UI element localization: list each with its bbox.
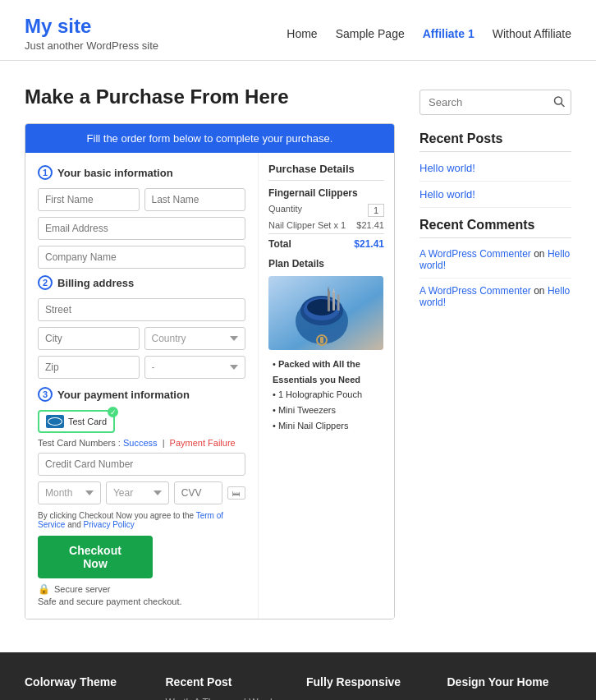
plan-details: Plan Details bbox=[268, 258, 384, 433]
site-title: My site bbox=[25, 15, 158, 38]
recent-comments-title: Recent Comments bbox=[419, 218, 571, 238]
card-label: Test Card bbox=[68, 417, 107, 426]
total-row: Total $21.41 bbox=[268, 233, 384, 250]
checkout-button[interactable]: Checkout Now bbox=[38, 536, 153, 578]
purchase-details-panel: Purchase Details Fingernail Clippers Qua… bbox=[259, 153, 394, 619]
credit-card-icon bbox=[46, 415, 64, 428]
purchase-details-title: Purchase Details bbox=[268, 163, 384, 181]
search-input[interactable] bbox=[419, 90, 571, 115]
zip-state-row: - bbox=[38, 356, 245, 379]
total-price: $21.41 bbox=[354, 238, 384, 250]
total-label: Total bbox=[268, 238, 291, 250]
company-input[interactable] bbox=[38, 246, 245, 269]
site-branding: My site Just another WordPress site bbox=[25, 15, 158, 52]
line-item-row: Nail Clipper Set x 1 $21.41 bbox=[268, 220, 384, 230]
line-item-price: $21.41 bbox=[356, 220, 384, 230]
nav-affiliate1[interactable]: Affiliate 1 bbox=[423, 27, 475, 40]
safe-text: Safe and secure payment checkout. bbox=[38, 596, 245, 606]
section3-header: 3 Your payment information bbox=[38, 387, 245, 402]
footer-col3-text: Colorway is a unique responsive WordPres… bbox=[306, 697, 431, 700]
firstname-input[interactable] bbox=[38, 188, 140, 211]
comment-2: A WordPress Commenter on Hello world! bbox=[419, 285, 571, 308]
country-select[interactable]: Country bbox=[144, 327, 246, 350]
section1-num: 1 bbox=[38, 165, 53, 180]
city-input[interactable] bbox=[38, 327, 140, 350]
name-row bbox=[38, 188, 245, 211]
divider-2 bbox=[419, 207, 571, 208]
nav-without-affiliate[interactable]: Without Affiliate bbox=[493, 27, 571, 40]
footer-col4-text: Express your creativity, find inspiratio… bbox=[447, 697, 572, 700]
product-name: Fingernail Clippers bbox=[268, 187, 384, 199]
feature-4: Mini Nail Clippers bbox=[268, 418, 384, 434]
recent-post-1[interactable]: Hello world! bbox=[419, 162, 571, 174]
main-content: Make a Purchase From Here Fill the order… bbox=[0, 61, 596, 636]
secure-row: 🔒 Secure server bbox=[38, 583, 245, 595]
content-left: Make a Purchase From Here Fill the order… bbox=[25, 85, 395, 619]
city-country-row: Country bbox=[38, 327, 245, 350]
quantity-value: 1 bbox=[368, 204, 384, 217]
street-input[interactable] bbox=[38, 298, 245, 321]
ccnum-row bbox=[38, 453, 245, 476]
feature-list: Packed with All the Essentials you Need … bbox=[268, 357, 384, 433]
footer-col2-title: Recent Post bbox=[166, 675, 291, 688]
footer-grid: Colorway Theme Footer is widgetized. To … bbox=[25, 675, 571, 700]
page-title: Make a Purchase From Here bbox=[25, 85, 395, 108]
section1-header: 1 Your basic information bbox=[38, 165, 245, 180]
comment-1: A WordPress Commenter on Hello world! bbox=[419, 248, 571, 271]
footer-recent-link-1[interactable]: Worth A Thousand Words bbox=[166, 697, 291, 700]
comment1-author[interactable]: A WordPress Commenter bbox=[419, 248, 531, 260]
zip-input[interactable] bbox=[38, 356, 140, 379]
state-select[interactable]: - bbox=[144, 356, 246, 379]
card-option[interactable]: Test Card ✓ bbox=[38, 410, 115, 433]
line-item-label: Nail Clipper Set x 1 bbox=[268, 220, 346, 230]
company-row bbox=[38, 246, 245, 269]
comment2-on: on bbox=[534, 285, 544, 297]
svg-rect-9 bbox=[337, 294, 340, 311]
footer-col-design: Design Your Home Express your creativity… bbox=[447, 675, 572, 700]
quantity-label: Quantity bbox=[268, 204, 302, 217]
divider-3 bbox=[419, 278, 571, 279]
section3-title: Your payment information bbox=[57, 389, 190, 401]
footer-col-recent: Recent Post Worth A Thousand Words Categ… bbox=[166, 675, 291, 700]
form-body: 1 Your basic information bbox=[25, 153, 394, 619]
quantity-row: Quantity 1 bbox=[268, 204, 384, 217]
sidebar: Recent Posts Hello world! Hello world! R… bbox=[419, 85, 571, 619]
feature-1: Packed with All the Essentials you Need bbox=[268, 357, 384, 387]
search-icon bbox=[553, 95, 565, 107]
expiry-cvv-row: Month Year 🛏 bbox=[38, 481, 245, 504]
section2-title: Billing address bbox=[57, 277, 134, 289]
section2-header: 2 Billing address bbox=[38, 275, 245, 290]
failure-link[interactable]: Payment Failure bbox=[170, 438, 236, 448]
nav-home[interactable]: Home bbox=[287, 27, 317, 40]
lock-icon: 🔒 bbox=[38, 583, 50, 595]
site-nav: Home Sample Page Affiliate 1 Without Aff… bbox=[287, 27, 571, 40]
success-link[interactable]: Success bbox=[123, 438, 158, 448]
section3-num: 3 bbox=[38, 387, 53, 402]
nav-sample-page[interactable]: Sample Page bbox=[336, 27, 405, 40]
privacy-link[interactable]: Privacy Policy bbox=[84, 520, 135, 529]
cc-number-input[interactable] bbox=[38, 453, 245, 476]
cvv-input[interactable] bbox=[174, 481, 222, 504]
year-select[interactable]: Year bbox=[106, 481, 169, 504]
footer-col4-title: Design Your Home bbox=[447, 675, 572, 688]
footer-col1-title: Colorway Theme bbox=[25, 675, 149, 688]
email-row bbox=[38, 217, 245, 240]
site-tagline: Just another WordPress site bbox=[25, 39, 158, 52]
lastname-input[interactable] bbox=[144, 188, 246, 211]
svg-rect-6 bbox=[320, 337, 323, 343]
cvv-icon: 🛏 bbox=[227, 486, 245, 500]
email-input[interactable] bbox=[38, 217, 245, 240]
svg-line-13 bbox=[562, 104, 565, 107]
footer-col-colorway: Colorway Theme Footer is widgetized. To … bbox=[25, 675, 149, 700]
month-select[interactable]: Month bbox=[38, 481, 101, 504]
section1-title: Your basic information bbox=[57, 167, 173, 179]
secure-label: Secure server bbox=[54, 584, 110, 594]
search-box bbox=[419, 90, 571, 115]
comment2-author[interactable]: A WordPress Commenter bbox=[419, 285, 531, 297]
product-image bbox=[268, 276, 383, 350]
search-icon-button[interactable] bbox=[553, 95, 565, 109]
site-footer: Colorway Theme Footer is widgetized. To … bbox=[0, 652, 596, 700]
footer-col-responsive: Fully Responsive Colorway is a unique re… bbox=[306, 675, 431, 700]
form-header-banner: Fill the order form below to complete yo… bbox=[25, 124, 394, 153]
recent-post-2[interactable]: Hello world! bbox=[419, 188, 571, 200]
